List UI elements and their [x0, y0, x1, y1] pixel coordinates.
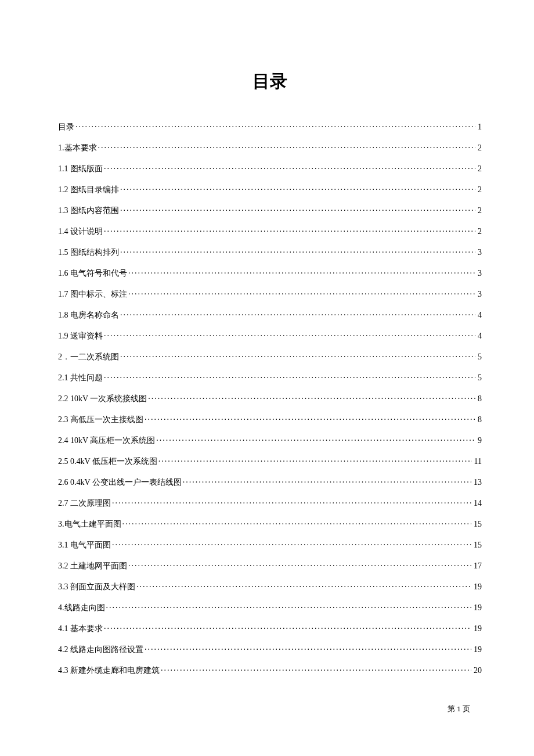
table-of-contents: 目录1 1.基本要求2 1.1 图纸版面2 1.2 图纸目录编排2 1.3 图纸…: [58, 121, 482, 676]
toc-entry: 目录1: [58, 121, 482, 132]
toc-label: 2.3 高低压一次主接线图: [58, 415, 143, 425]
toc-label: 2.4 10kV 高压柜一次系统图: [58, 435, 155, 446]
toc-page: 3: [477, 269, 482, 278]
toc-page: 2: [477, 227, 482, 236]
toc-entry: 1.2 图纸目录编排2: [58, 184, 482, 195]
toc-entry: 2.3 高低压一次主接线图8: [58, 414, 482, 425]
toc-page: 20: [472, 666, 482, 675]
toc-label: 1.8 电房名称命名: [58, 310, 119, 321]
toc-entry: 3.3 剖面立面及大样图19: [58, 581, 482, 592]
toc-label: 3.2 土建地网平面图: [58, 561, 127, 571]
toc-page: 2: [477, 143, 482, 153]
toc-dots: [112, 498, 471, 506]
toc-page: 14: [472, 499, 482, 508]
page-number-footer: 第 1 页: [448, 704, 470, 714]
toc-page: 2: [477, 206, 482, 215]
toc-entry: 2.1 共性问题5: [58, 372, 482, 383]
toc-label: 1.7 图中标示、标注: [58, 289, 127, 300]
toc-label: 2.2 10kV 一次系统接线图: [58, 394, 147, 404]
toc-entry: 4.线路走向图19: [58, 602, 482, 613]
toc-label: 1.4 设计说明: [58, 226, 103, 237]
toc-entry: 2.5 0.4kV 低压柜一次系统图11: [58, 456, 482, 467]
toc-label: 1.6 电气符号和代号: [58, 268, 127, 279]
toc-dots: [112, 539, 471, 548]
toc-page: 8: [477, 394, 482, 404]
toc-page: 1: [477, 123, 482, 132]
toc-label: 3.1 电气平面图: [58, 540, 111, 550]
toc-label: 4.线路走向图: [58, 603, 105, 613]
toc-label: 2.7 二次原理图: [58, 498, 111, 509]
toc-page: 15: [472, 541, 482, 550]
toc-dots: [120, 205, 475, 213]
toc-dots: [120, 351, 475, 359]
toc-entry: 2．一二次系统图5: [58, 351, 482, 362]
toc-page: 19: [472, 582, 482, 592]
toc-dots: [183, 477, 471, 485]
toc-page: 3: [477, 248, 482, 257]
toc-page: 19: [472, 624, 482, 633]
toc-entry: 4.1 基本要求19: [58, 623, 482, 634]
toc-page: 4: [477, 332, 482, 341]
toc-dots: [104, 372, 475, 380]
toc-dots: [161, 665, 471, 673]
toc-page: 19: [472, 603, 482, 613]
toc-entry: 3.电气土建平面图15: [58, 519, 482, 530]
toc-dots: [122, 519, 472, 527]
page-title: 目录: [58, 70, 482, 93]
toc-label: 1.2 图纸目录编排: [58, 185, 119, 195]
toc-dots: [104, 226, 475, 234]
toc-page: 17: [472, 561, 482, 571]
toc-page: 19: [472, 645, 482, 654]
toc-label: 2.6 0.4kV 公变出线一户一表结线图: [58, 477, 182, 488]
toc-page: 13: [472, 478, 482, 487]
toc-dots: [128, 289, 475, 297]
toc-entry: 4.2 线路走向图路径设置19: [58, 644, 482, 655]
toc-page: 3: [477, 290, 482, 299]
toc-dots: [145, 644, 471, 652]
toc-dots: [106, 602, 472, 610]
toc-entry: 4.3 新建外缆走廊和电房建筑20: [58, 665, 482, 676]
toc-entry: 2.7 二次原理图14: [58, 498, 482, 509]
toc-entry: 3.1 电气平面图15: [58, 539, 482, 550]
toc-dots: [120, 184, 475, 192]
toc-entry: 2.2 10kV 一次系统接线图8: [58, 393, 482, 404]
toc-label: 2.5 0.4kV 低压柜一次系统图: [58, 456, 157, 467]
toc-label: 2．一二次系统图: [58, 352, 119, 362]
toc-entry: 1.3 图纸内容范围2: [58, 205, 482, 216]
toc-entry: 2.4 10kV 高压柜一次系统图9: [58, 435, 482, 446]
toc-dots: [148, 393, 475, 401]
toc-entry: 1.4 设计说明2: [58, 226, 482, 237]
toc-page: 2: [477, 185, 482, 195]
toc-label: 3.3 剖面立面及大样图: [58, 582, 135, 592]
toc-label: 4.2 线路走向图路径设置: [58, 645, 143, 655]
toc-entry: 2.6 0.4kV 公变出线一户一表结线图13: [58, 477, 482, 488]
toc-label: 1.基本要求: [58, 143, 97, 153]
toc-label: 1.3 图纸内容范围: [58, 206, 119, 216]
toc-entry: 1.8 电房名称命名4: [58, 309, 482, 321]
toc-dots: [120, 309, 475, 318]
toc-dots: [158, 456, 472, 464]
toc-page: 2: [477, 164, 482, 174]
toc-label: 1.5 图纸结构排列: [58, 247, 119, 258]
toc-entry: 1.6 电气符号和代号3: [58, 268, 482, 279]
toc-page: 15: [472, 520, 482, 529]
toc-dots: [136, 581, 471, 589]
toc-entry: 1.9 送审资料4: [58, 330, 482, 341]
toc-entry: 1.7 图中标示、标注3: [58, 289, 482, 300]
toc-dots: [128, 268, 475, 276]
toc-page: 5: [477, 373, 482, 383]
toc-page: 5: [477, 352, 482, 362]
toc-label: 2.1 共性问题: [58, 373, 103, 383]
toc-label: 1.9 送审资料: [58, 331, 103, 341]
toc-label: 4.3 新建外缆走廊和电房建筑: [58, 665, 160, 676]
toc-dots: [104, 623, 471, 631]
toc-page: 9: [477, 436, 482, 445]
toc-entry: 1.1 图纸版面2: [58, 163, 482, 174]
toc-label: 4.1 基本要求: [58, 624, 103, 634]
toc-dots: [156, 435, 475, 443]
toc-dots: [145, 414, 475, 422]
toc-dots: [104, 330, 475, 339]
toc-dots: [104, 163, 475, 171]
toc-dots: [98, 142, 476, 150]
toc-page: 8: [477, 415, 482, 424]
